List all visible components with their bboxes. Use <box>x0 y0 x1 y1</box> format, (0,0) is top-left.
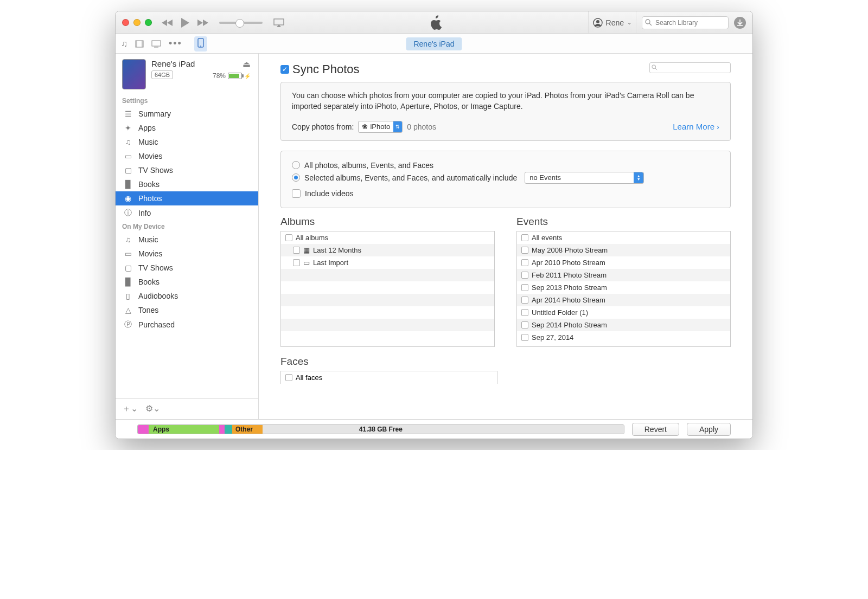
volume-slider[interactable] <box>219 22 263 24</box>
play-icon[interactable] <box>180 17 190 28</box>
music-icon: ♫ <box>123 235 133 244</box>
nav-summary[interactable]: ☰Summary <box>116 107 258 121</box>
next-track-icon[interactable] <box>196 18 208 27</box>
dev-audiobooks[interactable]: ▯Audiobooks <box>116 289 258 303</box>
device-tab-icon[interactable] <box>194 36 207 51</box>
books-icon: ▉ <box>123 180 133 189</box>
more-library-icon[interactable]: ••• <box>169 38 182 49</box>
prev-track-icon[interactable] <box>162 18 174 27</box>
faces-all-row[interactable]: All faces <box>280 371 497 384</box>
radio-all[interactable] <box>292 161 300 169</box>
nav-books[interactable]: ▉Books <box>116 177 258 191</box>
option-selected-row[interactable]: Selected albums, Events, and Faces, and … <box>292 172 719 184</box>
close-window[interactable] <box>122 19 129 26</box>
sync-photos-checkbox[interactable]: ✓ <box>280 65 289 74</box>
search-library-input[interactable] <box>642 16 729 29</box>
select-arrows-icon: ▲▼ <box>634 172 643 183</box>
include-videos-row[interactable]: Include videos <box>292 189 719 198</box>
nav-apps[interactable]: ✦Apps <box>116 121 258 135</box>
events-list[interactable]: All events May 2008 Photo Stream Apr 201… <box>516 231 731 347</box>
add-playlist-icon[interactable]: ＋⌄ <box>122 403 138 415</box>
movies-library-icon[interactable] <box>135 40 144 48</box>
chevron-right-icon: › <box>717 122 719 131</box>
checkbox[interactable] <box>293 259 300 266</box>
checkbox[interactable] <box>521 247 528 254</box>
settings-nav: ☰Summary ✦Apps ♫Music ▭Movies ▢TV Shows … <box>116 107 258 221</box>
albums-column: Albums All albums ▦Last 12 Months ▭Last … <box>280 216 495 347</box>
albums-list[interactable]: All albums ▦Last 12 Months ▭Last Import <box>280 231 495 347</box>
nav-movies[interactable]: ▭Movies <box>116 149 258 163</box>
downloads-button[interactable] <box>734 17 746 29</box>
checkbox[interactable] <box>521 234 528 241</box>
apple-logo <box>284 15 588 30</box>
storage-bar: Apps Other 41.38 GB Free <box>137 424 624 434</box>
albums-all-row[interactable]: All albums <box>281 231 494 244</box>
revert-button[interactable]: Revert <box>632 423 679 436</box>
nav-music[interactable]: ♫Music <box>116 135 258 149</box>
source-select[interactable]: ❀iPhoto ⇅ <box>358 121 403 133</box>
event-row[interactable]: Apr 2014 Photo Stream <box>517 294 730 306</box>
dev-music[interactable]: ♫Music <box>116 233 258 247</box>
music-library-icon[interactable]: ♫ <box>121 39 127 49</box>
include-select[interactable]: no Events ▲▼ <box>525 172 644 184</box>
option-all-row[interactable]: All photos, albums, Events, and Faces <box>292 161 719 170</box>
dev-tvshows[interactable]: ▢TV Shows <box>116 261 258 275</box>
dev-tones[interactable]: △Tones <box>116 303 258 317</box>
album-row[interactable]: ▦Last 12 Months <box>281 244 494 256</box>
music-icon: ♫ <box>123 138 133 146</box>
checkbox[interactable] <box>285 234 292 241</box>
device-header: Rene's iPad 64GB ⏏ 78% ⚡ <box>116 54 258 95</box>
checkbox[interactable] <box>521 309 528 316</box>
itunes-window: Rene ⌄ ♫ ••• Rene's iPad <box>115 11 753 439</box>
account-menu[interactable]: Rene ⌄ <box>588 11 636 34</box>
event-row[interactable]: Apr 2010 Photo Stream <box>517 256 730 269</box>
checkbox[interactable] <box>521 259 528 266</box>
summary-icon: ☰ <box>123 110 133 118</box>
minimize-window[interactable] <box>133 19 141 26</box>
events-column: Events All events May 2008 Photo Stream … <box>516 216 731 347</box>
checkbox[interactable] <box>293 247 300 254</box>
checkbox[interactable] <box>521 321 528 329</box>
content-search-input[interactable] <box>649 62 731 73</box>
event-row[interactable]: Sep 2014 Photo Stream <box>517 319 730 331</box>
nav-info[interactable]: ⓘInfo <box>116 205 258 221</box>
album-row[interactable]: ▭Last Import <box>281 256 494 269</box>
dev-movies[interactable]: ▭Movies <box>116 247 258 261</box>
photos-icon: ◉ <box>123 194 133 203</box>
search-library[interactable] <box>642 16 729 29</box>
event-row[interactable]: Feb 2011 Photo Stream <box>517 269 730 281</box>
books-icon: ▉ <box>123 278 133 286</box>
tones-icon: △ <box>123 306 133 314</box>
learn-more-link[interactable]: Learn More› <box>673 122 719 131</box>
radio-selected[interactable] <box>292 173 300 182</box>
device-tab-label[interactable]: Rene's iPad <box>406 37 462 50</box>
content-search[interactable] <box>649 62 731 73</box>
event-row[interactable]: Untitled Folder (1) <box>517 306 730 319</box>
window-controls <box>122 19 152 26</box>
nav-photos[interactable]: ◉Photos <box>116 191 258 205</box>
tv-library-icon[interactable] <box>151 40 161 48</box>
dev-books[interactable]: ▉Books <box>116 275 258 289</box>
apps-label: Apps <box>153 426 169 433</box>
airplay-icon[interactable] <box>273 18 284 27</box>
checkbox[interactable] <box>521 284 528 291</box>
checkbox[interactable] <box>521 272 528 279</box>
events-all-row[interactable]: All events <box>517 231 730 244</box>
iphoto-icon: ❀ <box>362 123 368 131</box>
checkbox[interactable] <box>521 297 528 304</box>
gear-icon[interactable]: ⚙⌄ <box>145 403 160 415</box>
dev-purchased[interactable]: ⓅPurchased <box>116 317 258 332</box>
nav-tvshows[interactable]: ▢TV Shows <box>116 163 258 177</box>
checkbox[interactable] <box>521 334 528 341</box>
battery-percent: 78% <box>213 72 226 80</box>
chevron-updown-icon: ⇅ <box>393 121 402 132</box>
apply-button[interactable]: Apply <box>687 423 731 436</box>
zoom-window[interactable] <box>145 19 152 26</box>
event-row[interactable]: May 2008 Photo Stream <box>517 244 730 256</box>
event-row[interactable]: Sep 27, 2014 <box>517 331 730 344</box>
checkbox[interactable] <box>285 374 292 381</box>
include-videos-checkbox[interactable] <box>292 189 301 198</box>
playback-controls <box>162 17 284 28</box>
event-row[interactable]: Sep 2013 Photo Stream <box>517 281 730 294</box>
eject-icon[interactable]: ⏏ <box>242 59 251 69</box>
